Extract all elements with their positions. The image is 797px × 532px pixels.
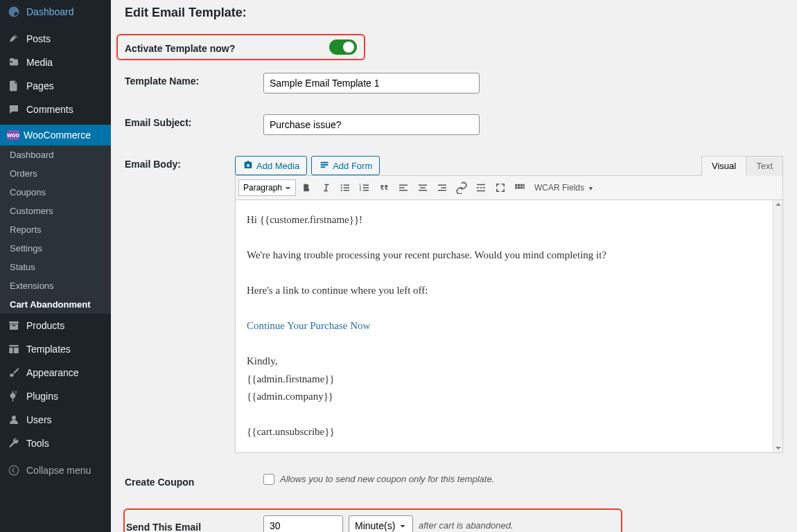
wcar-fields-dropdown[interactable]: WCAR Fields [530,179,595,197]
sidebar-item-pages[interactable]: Pages [0,74,111,98]
page-icon [7,79,21,93]
send-delay-input[interactable] [263,515,343,533]
sidebar-item-products[interactable]: Products [0,314,111,337]
sidebar-item-label: Tools [26,438,49,449]
svg-point-0 [9,466,19,475]
dashboard-icon [7,5,21,19]
archive-icon [7,319,21,332]
svg-point-3 [341,187,342,188]
toolbar-toggle-button[interactable] [511,179,529,197]
sidebar-item-label: Users [26,414,52,425]
subnav-settings[interactable]: Settings [0,239,111,258]
template-name-input[interactable] [263,73,480,94]
svg-rect-15 [399,190,408,191]
media-icon [7,55,21,69]
link-button[interactable] [453,179,471,197]
paragraph-select[interactable]: Paragraph [238,179,296,196]
sidebar-item-label: Pages [26,80,54,91]
subnav-reports[interactable]: Reports [0,220,111,239]
svg-rect-34 [523,187,525,189]
wrench-icon [7,436,21,450]
svg-rect-28 [518,184,520,186]
svg-point-5 [341,190,342,191]
svg-rect-20 [441,187,447,188]
svg-rect-23 [477,190,485,192]
user-icon [7,413,21,427]
pin-icon [7,32,21,46]
template-name-label: Template Name: [125,73,263,87]
email-subject-input[interactable] [263,114,480,135]
create-coupon-checkbox[interactable] [263,474,274,485]
sidebar-submenu: Dashboard Orders Coupons Customers Repor… [0,145,111,314]
sidebar-item-appearance[interactable]: Appearance [0,361,111,384]
fullscreen-button[interactable] [491,179,509,197]
svg-rect-21 [438,190,446,191]
editor-scrollbar[interactable] [773,200,782,452]
sidebar-item-label: Dashboard [26,6,74,17]
svg-rect-18 [419,190,427,191]
tab-visual[interactable]: Visual [701,156,746,176]
svg-rect-26 [483,187,485,188]
add-form-button[interactable]: Add Form [311,156,380,175]
align-right-button[interactable] [433,179,451,197]
subnav-coupons[interactable]: Coupons [0,183,111,202]
sidebar-item-tools[interactable]: Tools [0,432,111,455]
form-icon [319,160,330,171]
sidebar-item-posts[interactable]: Posts [0,27,111,51]
align-center-button[interactable] [414,179,432,197]
subnav-orders[interactable]: Orders [0,164,111,183]
sidebar-item-collapse[interactable]: Collapse menu [0,459,111,482]
subnav-extensions[interactable]: Extensions [0,276,111,295]
sidebar-item-templates[interactable]: Templates [0,337,111,361]
create-coupon-help: Allows you to send new coupon only for t… [280,474,494,484]
svg-rect-14 [399,187,405,188]
svg-rect-6 [344,190,349,191]
svg-rect-25 [480,187,482,188]
email-subject-label: Email Subject: [125,114,263,128]
sidebar-item-label: Collapse menu [26,465,91,476]
blockquote-button[interactable] [375,179,393,197]
page-title: Edit Email Template: [125,0,783,34]
readmore-button[interactable] [472,179,490,197]
svg-rect-33 [520,187,523,189]
svg-rect-12 [363,190,369,191]
send-unit-select[interactable]: Minute(s) [349,515,413,533]
activate-toggle[interactable] [329,39,357,55]
svg-rect-17 [420,187,426,188]
svg-rect-31 [515,187,517,189]
svg-rect-13 [399,185,408,186]
sidebar-item-label: Media [26,57,53,68]
sidebar-item-comments[interactable]: Comments [0,98,111,121]
sidebar-item-woocommerce[interactable]: woo WooCommerce [0,125,111,145]
main-content: Edit Email Template: Activate Template n… [111,0,797,532]
svg-rect-19 [438,185,446,186]
subnav-status[interactable]: Status [0,258,111,276]
subnav-cart-abandonment[interactable]: Cart Abandonment [0,295,111,314]
add-media-button[interactable]: Add Media [235,156,307,175]
svg-text:3: 3 [360,188,362,192]
sidebar-item-dashboard[interactable]: Dashboard [0,0,111,24]
bullet-list-button[interactable] [336,179,354,197]
svg-rect-29 [520,184,523,186]
number-list-button[interactable]: 123 [356,179,374,197]
svg-rect-30 [523,184,525,186]
italic-button[interactable] [317,179,335,197]
send-email-label: Send This Email [125,519,263,533]
subnav-customers[interactable]: Customers [0,202,111,220]
activate-label: Activate Template now? [125,40,267,54]
subnav-dashboard[interactable]: Dashboard [0,145,111,164]
sidebar-item-label: Posts [26,33,51,44]
email-body-editor[interactable]: Hi {{customer.firstname}}!We're having t… [235,200,783,453]
send-email-highlight: Send This Email Minute(s) after cart is … [123,508,622,533]
sidebar-item-plugins[interactable]: Plugins [0,384,111,408]
align-left-button[interactable] [394,179,412,197]
admin-sidebar: Dashboard Posts Media Pages Comments woo… [0,0,111,532]
svg-rect-4 [344,187,349,188]
create-coupon-label: Create Coupon [125,474,263,488]
sidebar-item-media[interactable]: Media [0,51,111,74]
svg-rect-22 [477,184,485,186]
collapse-icon [7,463,21,477]
sidebar-item-users[interactable]: Users [0,408,111,432]
tab-text[interactable]: Text [746,156,783,176]
bold-button[interactable] [297,179,315,197]
